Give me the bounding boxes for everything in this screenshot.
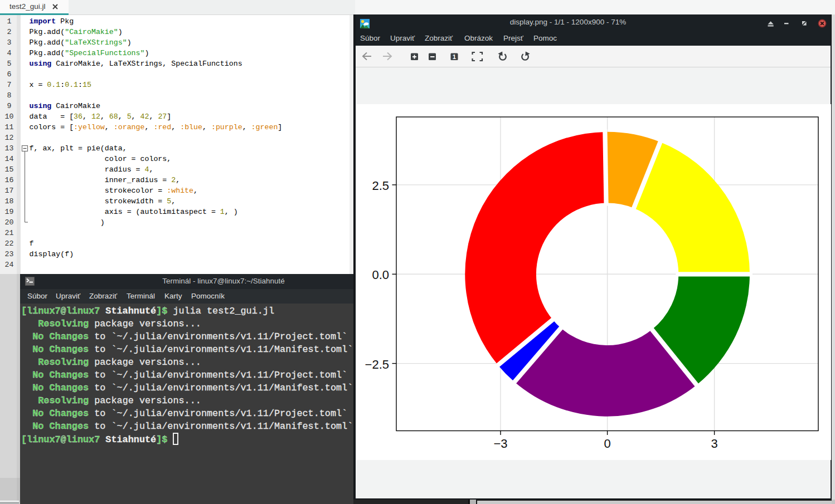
- svg-text:0: 0: [604, 437, 610, 451]
- svg-text:2.5: 2.5: [372, 179, 389, 193]
- svg-text:−2.5: −2.5: [365, 358, 389, 371]
- svg-text:3: 3: [711, 437, 717, 451]
- svg-text:−3: −3: [493, 437, 507, 451]
- svg-text:0.0: 0.0: [372, 268, 389, 282]
- svg-text:1: 1: [453, 53, 457, 60]
